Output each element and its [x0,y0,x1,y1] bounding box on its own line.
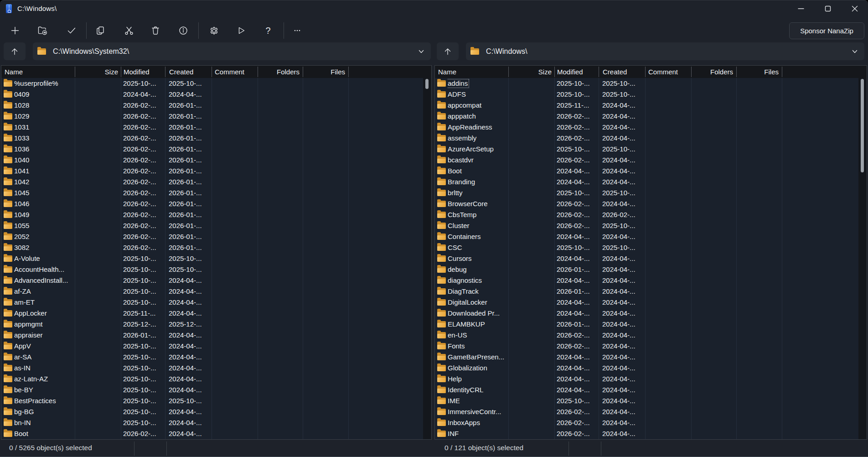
chevron-down-icon[interactable] [417,47,425,56]
column-header-modified[interactable]: Modified [121,66,165,78]
cut-button[interactable] [119,21,140,40]
settings-button[interactable] [203,21,224,40]
file-row[interactable]: as-IN2025-10-...2024-04-... [1,363,431,374]
file-row[interactable]: 10402026-02-...2026-01-... [1,155,431,166]
file-row[interactable]: brltty2025-10-...2025-10-... [435,187,867,198]
file-row[interactable]: appmgmt2025-12-...2025-12-... [1,319,431,330]
file-row[interactable]: AzureArcSetup2025-10-...2025-10-... [435,144,867,155]
column-header-modified[interactable]: Modified [554,66,599,78]
file-row[interactable]: be-BY2025-10-...2024-04-... [1,384,431,395]
file-row[interactable]: Containers2024-04-...2024-04-... [435,231,867,242]
scrollbar-thumb[interactable] [861,79,864,172]
address-bar-right[interactable]: C:\Windows\ [466,42,864,60]
file-row[interactable]: 10312026-02-...2026-01-... [1,122,431,133]
column-divider[interactable] [348,67,349,77]
file-row[interactable]: A-Volute2025-10-...2025-10-... [1,253,431,264]
file-row[interactable]: BrowserCore2026-02-...2024-04-... [435,198,867,209]
add-button[interactable] [5,21,26,40]
close-button[interactable] [841,0,868,17]
file-row[interactable]: DigitalLocker2024-04-...2024-04-... [435,297,867,308]
file-row[interactable]: Boot2024-04-...2024-04-... [435,166,867,177]
file-row[interactable]: 10492026-02-...2026-01-... [1,209,431,220]
file-row[interactable]: 10422026-02-...2026-01-... [1,177,431,187]
file-row[interactable]: AppV2025-10-...2024-04-... [1,341,431,352]
column-header-comment[interactable]: Comment [212,66,258,78]
file-row[interactable]: ADFS2025-10-...2025-10-... [435,89,867,100]
file-row[interactable]: AdvancedInstall...2025-10-...2024-04-... [1,275,431,286]
column-header-created[interactable]: Created [599,66,645,78]
column-header-folders[interactable]: Folders [691,66,736,78]
file-row[interactable]: InboxApps2026-02-...2024-04-... [435,417,867,428]
column-header-size[interactable]: Size [508,66,554,78]
file-row[interactable]: 10292026-02-...2026-01-... [1,111,431,122]
file-row[interactable]: 30822026-02-...2026-01-... [1,242,431,253]
column-header-name[interactable]: Name [435,66,508,78]
file-row[interactable]: 10362026-02-...2026-01-... [1,144,431,155]
maximize-button[interactable] [814,0,841,17]
scrollbar-track[interactable] [858,78,867,439]
file-row[interactable]: appraiser2026-01-...2024-04-... [1,330,431,341]
file-row[interactable]: en-US2026-02-...2024-04-... [435,330,867,341]
address-bar-left[interactable]: C:\Windows\System32\ [33,42,431,60]
sponsor-button[interactable]: Sponsor NanaZip [789,22,864,39]
more-button[interactable] [287,21,308,40]
column-header-name[interactable]: Name [1,66,75,78]
test-button[interactable] [61,21,82,40]
file-row[interactable]: Boot2026-02-...2024-04-... [1,428,431,439]
file-row[interactable]: bcastdvr2026-02-...2024-04-... [435,155,867,166]
file-row[interactable]: Globalization2024-04-...2024-04-... [435,363,867,374]
run-button[interactable] [231,21,252,40]
copy-button[interactable] [90,21,111,40]
file-row[interactable]: Downloaded Pr...2024-04-...2024-04-... [435,308,867,319]
file-row[interactable]: IdentityCRL2024-04-...2024-04-... [435,384,867,395]
file-row[interactable]: AppReadiness2026-02-...2024-04-... [435,122,867,133]
file-row[interactable]: am-ET2025-10-...2024-04-... [1,297,431,308]
file-row[interactable]: ELAMBKUP2026-01-...2024-04-... [435,319,867,330]
file-row[interactable]: Help2024-04-...2024-04-... [435,374,867,384]
up-button-left[interactable] [4,42,26,60]
chevron-down-icon[interactable] [851,47,859,56]
file-row[interactable]: assembly2026-02-...2024-04-... [435,133,867,144]
delete-button[interactable] [145,21,166,40]
info-button[interactable] [173,21,194,40]
file-row[interactable]: BestPractices2025-10-...2025-10-... [1,395,431,406]
file-row[interactable]: debug2026-01-...2024-04-... [435,264,867,275]
column-divider[interactable] [782,67,782,77]
file-row[interactable]: diagnostics2024-04-...2024-04-... [435,275,867,286]
file-row[interactable]: ar-SA2025-10-...2024-04-... [1,352,431,363]
column-header-files[interactable]: Files [736,66,782,78]
file-row[interactable]: Fonts2026-02-...2024-04-... [435,341,867,352]
file-row[interactable]: addins2025-10-...2025-10-... [435,78,867,89]
file-row[interactable]: CbsTemp2026-02-...2026-02-... [435,209,867,220]
extract-button[interactable] [32,21,53,40]
column-header-size[interactable]: Size [75,66,121,78]
file-row[interactable]: IME2025-10-...2024-04-... [435,395,867,406]
file-row[interactable]: ImmersiveContr...2026-02-...2024-04-... [435,406,867,417]
help-button[interactable]: ? [258,21,279,40]
scrollbar-thumb[interactable] [425,79,429,89]
file-row[interactable]: %userprofile%2025-10-...2025-10-... [1,78,431,89]
column-header-folders[interactable]: Folders [258,66,303,78]
file-row[interactable]: 10552026-02-...2026-01-... [1,220,431,231]
file-row[interactable]: INF2026-02-...2024-04-... [435,428,867,439]
file-row[interactable]: bg-BG2025-10-...2024-04-... [1,406,431,417]
file-row[interactable]: 10452026-02-...2026-01-... [1,187,431,198]
file-row[interactable]: appcompat2025-11-...2024-04-... [435,100,867,111]
file-row[interactable]: af-ZA2025-10-...2024-04-... [1,286,431,297]
file-row[interactable]: Branding2024-04-...2024-04-... [435,177,867,187]
file-row[interactable]: Cluster2026-02-...2025-10-... [435,220,867,231]
file-row[interactable]: 10282026-02-...2026-01-... [1,100,431,111]
file-row[interactable]: Cursors2024-04-...2024-04-... [435,253,867,264]
file-row[interactable]: GameBarPresen...2024-04-...2024-04-... [435,352,867,363]
file-row[interactable]: az-Latn-AZ2025-10-...2024-04-... [1,374,431,384]
column-header-comment[interactable]: Comment [645,66,691,78]
column-header-files[interactable]: Files [303,66,348,78]
up-button-right[interactable] [437,42,459,60]
file-row[interactable]: AppLocker2025-11-...2024-04-... [1,308,431,319]
file-row[interactable]: 10332026-02-...2026-01-... [1,133,431,144]
file-row[interactable]: 04092024-04-...2024-04-... [1,89,431,100]
column-header-created[interactable]: Created [165,66,212,78]
file-row[interactable]: bn-IN2025-10-...2024-04-... [1,417,431,428]
file-row[interactable]: DiagTrack2026-01-...2024-04-... [435,286,867,297]
scrollbar-track[interactable] [423,78,431,439]
